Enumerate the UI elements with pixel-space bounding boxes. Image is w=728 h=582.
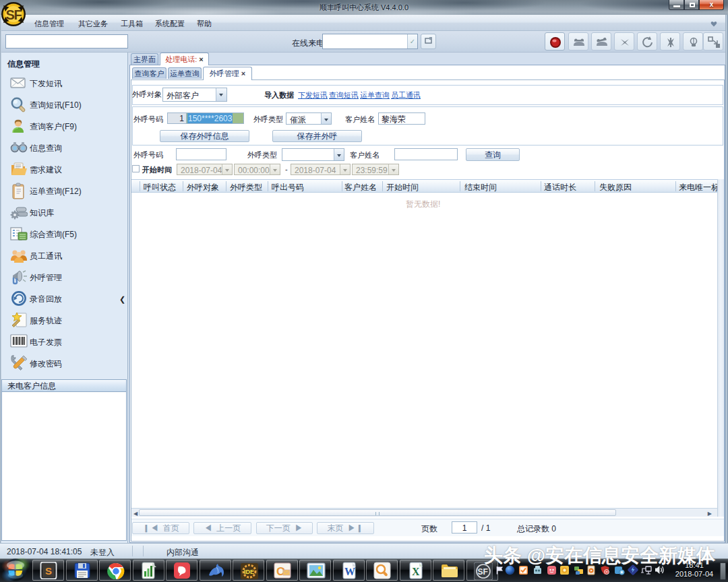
svg-text:X: X [412, 566, 420, 577]
svg-text:S: S [45, 565, 52, 577]
svg-text:F: F [14, 7, 22, 22]
svg-text:IDE: IDE [244, 569, 254, 575]
svg-text:W: W [344, 566, 355, 577]
svg-text:SF: SF [478, 567, 488, 577]
